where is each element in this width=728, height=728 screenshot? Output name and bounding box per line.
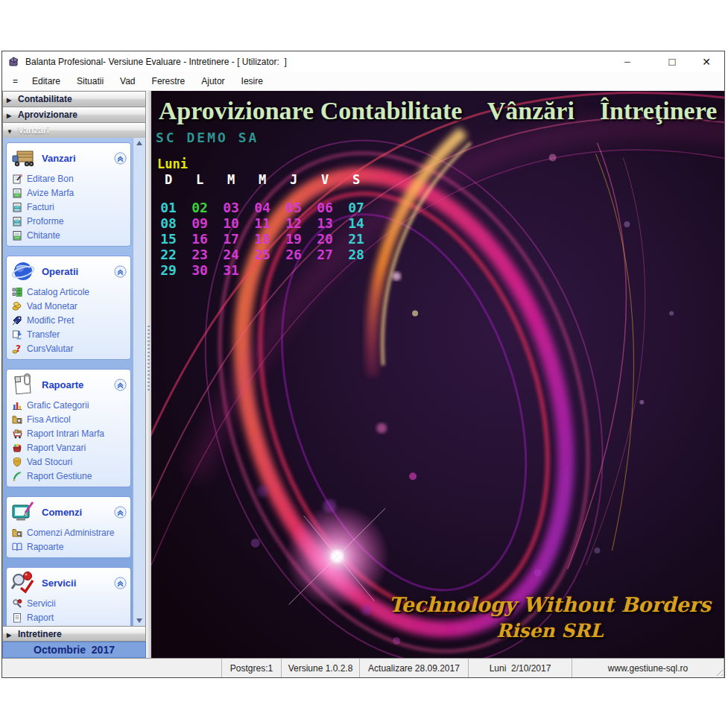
item-transfer[interactable]: Transfer — [7, 327, 130, 341]
item-facturi[interactable]: Facturi — [7, 200, 130, 214]
calendar-date-31: 31 — [215, 262, 247, 278]
item-raport-gestiune[interactable]: Raport Gestiune — [7, 469, 130, 483]
sidebar-scrollbar[interactable] — [133, 138, 145, 626]
item-label: Facturi — [27, 202, 54, 212]
collapse-group-button[interactable] — [114, 577, 127, 589]
sidebar-tab-label: Aprovizionare — [18, 110, 77, 120]
item-proforme[interactable]: Proforme — [7, 214, 130, 228]
sidebar-tab-vanzari[interactable]: Vanzari — [2, 122, 146, 138]
item-avize-marfa[interactable]: Avize Marfa — [7, 186, 130, 200]
close-button[interactable] — [691, 51, 722, 72]
menu-item-editare[interactable]: Editare — [24, 76, 69, 86]
group-header-operatii[interactable]: Operatii — [7, 256, 130, 285]
item-comenzi-administrare[interactable]: Comenzi Administrare — [7, 525, 130, 539]
sidebar-tab-aprovizionare[interactable]: Aprovizionare — [2, 107, 146, 122]
item-servicii[interactable]: Servicii — [7, 596, 130, 610]
sidebar-tab-contabilitate[interactable]: Contabilitate — [2, 91, 146, 107]
calendar-date-24: 24 — [215, 247, 247, 262]
slogan: Technology Without Borders Risen SRL — [389, 593, 711, 642]
content: Contabilitate Aprovizionare Vanzari Vanz… — [2, 91, 724, 658]
calendar-date-27: 27 — [309, 247, 341, 262]
status-panel-www-gestiune-sql-ro[interactable]: www.gestiune-sql.ro — [572, 659, 724, 677]
month-display: Octombrie 2017 — [2, 642, 146, 658]
calendar-date-01: 01 — [153, 200, 184, 215]
splitter-handle-icon — [148, 326, 150, 391]
transfer-icon — [12, 329, 22, 340]
menu-item-ferestre[interactable]: Ferestre — [144, 76, 194, 86]
collapse-group-button[interactable] — [114, 506, 127, 519]
calendar-date-19: 19 — [278, 231, 309, 247]
tag-icon — [12, 315, 22, 326]
menu-item-situatii[interactable]: Situatii — [69, 76, 112, 86]
item-modific-pret[interactable]: Modific Pret — [7, 313, 130, 327]
item-cursvalutar[interactable]: CursValutar — [7, 341, 130, 355]
sidebar-tab-label: Contabilitate — [18, 94, 72, 104]
calendar-date-14: 14 — [341, 215, 372, 231]
calendar-date-02: 02 — [184, 200, 215, 215]
item-catalog-articole[interactable]: Catalog Articole — [7, 285, 130, 299]
item-vad-stocuri[interactable]: Vad Stocuri — [7, 455, 130, 469]
expand-arrow-icon — [7, 629, 18, 639]
doc-cyan-icon — [12, 202, 22, 212]
collapse-group-button[interactable] — [114, 152, 127, 165]
menu-item-vad[interactable]: Vad — [112, 76, 143, 86]
day-letter: V — [309, 172, 341, 187]
group-header-vanzari[interactable]: Vanzari — [7, 143, 130, 171]
item-grafic-categorii[interactable]: Grafic Categorii — [7, 398, 130, 412]
calendar-date-21: 21 — [341, 231, 372, 247]
group-header-comenzi[interactable]: Comenzi — [7, 497, 130, 525]
minimize-button[interactable] — [612, 51, 643, 72]
group-header-servicii[interactable]: Servicii — [7, 568, 130, 596]
calendar-date-18: 18 — [247, 231, 278, 247]
tools-icon — [12, 598, 22, 609]
calendar-date-23: 23 — [184, 247, 215, 262]
calendar-week-row: 08091011121314 — [153, 215, 372, 231]
collapse-group-button[interactable] — [114, 379, 127, 391]
pencil-doc-icon — [12, 174, 22, 184]
item-rapoarte[interactable]: Rapoarte — [7, 539, 130, 554]
collapse-arrow-icon — [7, 125, 18, 136]
expand-arrow-icon — [7, 94, 18, 104]
sidebar-splitter[interactable] — [146, 91, 151, 658]
menu-item-system[interactable]: = — [7, 76, 24, 86]
company-name: SC DEMO SA — [156, 130, 259, 145]
scroll-up-icon[interactable] — [136, 141, 142, 145]
calendar-date-28: 28 — [341, 247, 372, 262]
calendar-date-06: 06 — [309, 200, 341, 215]
item-raport-vanzari[interactable]: Raport Vanzari — [7, 440, 130, 455]
maximize-button[interactable] — [656, 51, 688, 72]
item-label: Vad Stocuri — [27, 457, 72, 467]
calendar-week-row: 22232425262728 — [153, 247, 372, 262]
calendar-grid: 0102030405060708091011121314151617181920… — [153, 200, 372, 278]
folder-mag-icon — [12, 414, 22, 425]
doc-green-icon — [12, 188, 22, 198]
day-letter: M — [247, 172, 278, 187]
item-raport-intrari-marfa[interactable]: Raport Intrari Marfa — [7, 426, 130, 440]
collapse-group-button[interactable] — [114, 265, 127, 278]
day-letter: M — [215, 172, 247, 187]
calendar-day-label: Luni — [153, 156, 372, 171]
calendar-date-20: 20 — [309, 231, 341, 247]
item-label: Proforme — [27, 216, 63, 227]
menu-item-iesire[interactable]: Iesire — [233, 76, 271, 86]
group-header-rapoarte[interactable]: Rapoarte — [7, 370, 130, 398]
mag-check-icon — [10, 570, 36, 595]
window-controls — [612, 51, 724, 72]
calendar-date-25: 25 — [247, 247, 278, 262]
group-comenzi: ComenziComenzi AdministrareRapoarte — [6, 496, 131, 558]
sidebar-tab-intretinere[interactable]: Intretinere — [2, 626, 146, 642]
scroll-down-icon[interactable] — [136, 618, 142, 623]
calendar-day-letters: DLMMJVS — [153, 172, 372, 187]
day-letter: D — [153, 172, 184, 187]
main-area: Aprovizionare Contabilitate Vânzări Într… — [151, 91, 724, 658]
menu-item-ajutor[interactable]: Ajutor — [193, 76, 232, 86]
cubes-icon — [12, 287, 22, 297]
item-label: Editare Bon — [27, 174, 74, 184]
item-editare-bon[interactable]: Editare Bon — [7, 171, 130, 186]
calendar-date-17: 17 — [215, 231, 247, 247]
slogan-line2: Risen SRL — [389, 620, 711, 642]
item-vad-monetar[interactable]: Vad Monetar — [7, 299, 130, 313]
item-raport[interactable]: Raport — [7, 610, 130, 624]
item-chitante[interactable]: Chitante — [7, 228, 130, 242]
item-fisa-articol[interactable]: Fisa Articol — [7, 412, 130, 426]
